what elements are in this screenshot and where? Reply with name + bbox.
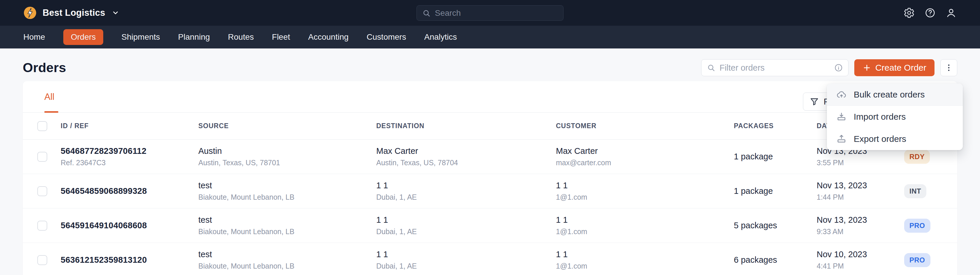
order-id: 564591649104068608 <box>60 221 198 230</box>
source-address: Biakoute, Mount Lebanon, LB <box>198 227 376 236</box>
global-search[interactable] <box>417 5 563 21</box>
customer-name: 1 1 <box>556 215 734 225</box>
gear-icon[interactable] <box>904 7 915 18</box>
source-name: test <box>198 249 376 259</box>
status-badge: RDY <box>904 150 930 164</box>
table-row[interactable]: 564654859068899328 test Biakoute, Mount … <box>23 174 957 208</box>
order-date: Nov 13, 2023 <box>817 181 904 190</box>
destination-address: Austin, Texas, US, 78704 <box>376 158 556 167</box>
cloud-upload-icon <box>836 90 847 100</box>
source-name: test <box>198 181 376 190</box>
destination-address: Dubai, 1, AE <box>376 227 556 236</box>
create-order-label: Create Order <box>875 63 926 73</box>
menu-item-import-orders[interactable]: Import orders <box>827 106 963 128</box>
search-icon <box>422 9 431 18</box>
nav-item-home[interactable]: Home <box>23 32 45 42</box>
export-tray-icon <box>836 134 847 144</box>
table-row[interactable]: 564591649104068608 test Biakoute, Mount … <box>23 208 957 243</box>
customer-name: 1 1 <box>556 249 734 259</box>
customer-name: 1 1 <box>556 181 734 190</box>
header-source: SOURCE <box>198 122 376 130</box>
order-time: 3:55 PM <box>817 158 904 167</box>
import-tray-icon <box>836 112 847 122</box>
order-time: 1:44 PM <box>817 193 904 201</box>
brand-menu[interactable]: Best Logistics <box>23 6 119 19</box>
info-icon[interactable] <box>834 63 843 72</box>
packages-count: 1 package <box>734 152 817 161</box>
customer-name: Max Carter <box>556 146 734 156</box>
destination-address: Dubai, 1, AE <box>376 193 556 201</box>
nav-item-shipments[interactable]: Shipments <box>121 32 160 42</box>
row-checkbox[interactable] <box>37 152 47 162</box>
nav-item-fleet[interactable]: Fleet <box>272 32 290 42</box>
brand-name: Best Logistics <box>43 8 105 18</box>
table-row[interactable]: 564687728239706112 Ref. 23647C3 Austin A… <box>23 139 957 174</box>
row-checkbox[interactable] <box>37 221 47 230</box>
header-destination: DESTINATION <box>376 122 556 130</box>
tab-all[interactable]: All <box>45 81 54 112</box>
customer-email: 1@1.com <box>556 227 734 236</box>
search-input[interactable] <box>435 8 558 18</box>
menu-item-label: Bulk create orders <box>854 90 924 99</box>
nav-item-analytics[interactable]: Analytics <box>424 32 457 42</box>
destination-name: 1 1 <box>376 249 556 259</box>
menu-item-label: Export orders <box>854 134 906 144</box>
funnel-icon <box>810 97 819 106</box>
status-badge: PRO <box>904 219 931 233</box>
primary-nav: Home Orders Shipments Planning Routes Fl… <box>0 26 980 48</box>
order-id: 564654859068899328 <box>60 186 198 196</box>
table-row[interactable]: 563612152359813120 test Biakoute, Mount … <box>23 243 957 275</box>
packages-count: 1 package <box>734 186 817 196</box>
source-name: Austin <box>198 146 376 156</box>
select-all-checkbox[interactable] <box>37 121 47 131</box>
nav-item-orders[interactable]: Orders <box>63 29 103 45</box>
destination-name: 1 1 <box>376 181 556 190</box>
header-packages: PACKAGES <box>734 122 817 130</box>
user-icon[interactable] <box>946 7 957 18</box>
filter-orders-input[interactable] <box>719 63 830 73</box>
orders-card: All Fi ID / REF SOURCE DESTINATION CUSTO… <box>23 81 957 275</box>
search-icon <box>707 63 716 72</box>
table-header-row: ID / REF SOURCE DESTINATION CUSTOMER PAC… <box>23 113 957 139</box>
filter-orders-box[interactable] <box>701 59 848 76</box>
customer-email: 1@1.com <box>556 262 734 270</box>
menu-item-label: Import orders <box>854 112 905 122</box>
order-time: 9:33 AM <box>817 227 904 236</box>
nav-item-planning[interactable]: Planning <box>178 32 210 42</box>
create-order-button[interactable]: Create Order <box>854 59 934 76</box>
row-checkbox[interactable] <box>37 255 47 265</box>
packages-count: 6 packages <box>734 255 817 265</box>
company-logo-icon <box>23 6 37 19</box>
order-date: Nov 13, 2023 <box>817 215 904 225</box>
page-actions: Create Order <box>701 59 957 76</box>
menu-item-export-orders[interactable]: Export orders <box>827 128 963 150</box>
more-actions-button[interactable] <box>940 59 957 76</box>
top-bar: Best Logistics <box>0 0 980 26</box>
help-icon[interactable] <box>924 7 935 18</box>
source-address: Biakoute, Mount Lebanon, LB <box>198 193 376 201</box>
row-checkbox[interactable] <box>37 186 47 196</box>
tabs-row: All Fi <box>23 81 957 113</box>
nav-item-customers[interactable]: Customers <box>367 32 406 42</box>
source-address: Biakoute, Mount Lebanon, LB <box>198 262 376 270</box>
page-title: Orders <box>23 60 66 75</box>
page-header: Orders Create Order <box>23 59 957 77</box>
destination-name: Max Carter <box>376 146 556 156</box>
customer-email: max@carter.com <box>556 158 734 167</box>
topbar-actions <box>904 7 957 18</box>
nav-item-routes[interactable]: Routes <box>228 32 254 42</box>
menu-item-bulk-create-orders[interactable]: Bulk create orders <box>827 83 963 106</box>
header-id-ref: ID / REF <box>60 122 198 130</box>
header-customer: CUSTOMER <box>556 122 734 130</box>
customer-email: 1@1.com <box>556 193 734 201</box>
kebab-icon <box>944 63 953 72</box>
packages-count: 5 packages <box>734 221 817 230</box>
order-date: Nov 10, 2023 <box>817 249 904 259</box>
source-name: test <box>198 215 376 225</box>
status-badge: PRO <box>904 253 931 267</box>
nav-item-accounting[interactable]: Accounting <box>308 32 349 42</box>
source-address: Austin, Texas, US, 78701 <box>198 158 376 167</box>
order-id: 564687728239706112 <box>60 146 198 156</box>
actions-dropdown-menu: Bulk create orders Import orders Export … <box>827 83 963 150</box>
order-ref: Ref. 23647C3 <box>60 158 198 167</box>
